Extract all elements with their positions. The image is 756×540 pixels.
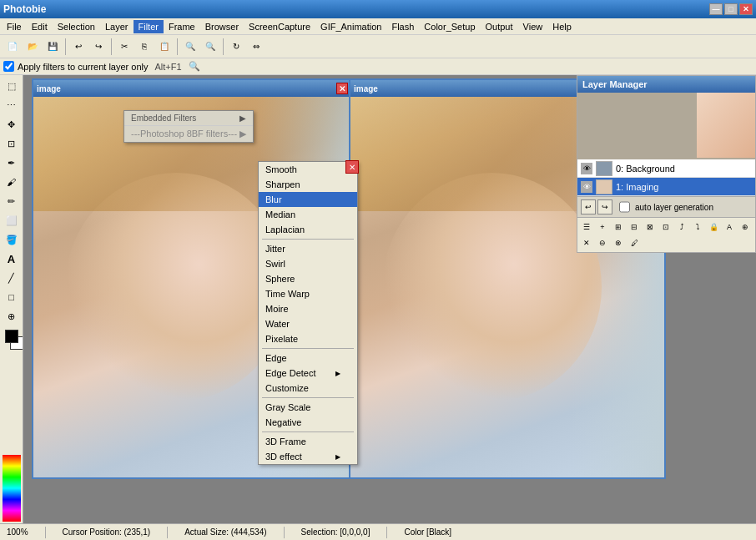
- layer-0-eye[interactable]: 👁: [581, 163, 592, 174]
- menu-sep-2: [262, 348, 354, 349]
- brush-tool[interactable]: 🖌: [3, 173, 21, 191]
- new-button[interactable]: 📄: [3, 38, 22, 56]
- layer-tool-5[interactable]: ⊠: [643, 220, 658, 235]
- layer-tool-2[interactable]: +: [595, 220, 610, 235]
- zoom-in-button[interactable]: 🔍: [181, 38, 199, 56]
- fill-tool[interactable]: 🪣: [3, 230, 21, 249]
- menu-help[interactable]: Help: [547, 20, 577, 33]
- copy-button[interactable]: ⎘: [135, 38, 154, 56]
- color-info: Color [Black]: [404, 527, 451, 537]
- menu-3d-effect[interactable]: 3D effect: [259, 449, 357, 464]
- menu-browser[interactable]: Browser: [200, 20, 244, 33]
- menu-view[interactable]: View: [518, 20, 548, 33]
- menu-gif-animation[interactable]: GIF_Animation: [315, 20, 386, 33]
- img-window-1-close[interactable]: ✕: [336, 83, 348, 94]
- crop-tool[interactable]: ⊡: [3, 134, 21, 153]
- eyedropper-tool[interactable]: ✒: [3, 154, 21, 172]
- menu-sphere[interactable]: Sphere: [259, 271, 357, 286]
- menu-customize[interactable]: Customize: [259, 381, 357, 396]
- menu-blur[interactable]: Blur: [259, 192, 357, 207]
- embedded-filters-submenu: ✕ Smooth Sharpen Blur Median Laplacian J…: [258, 161, 358, 465]
- menu-negative[interactable]: Negative: [259, 415, 357, 430]
- menu-jitter[interactable]: Jitter: [259, 241, 357, 256]
- menu-median[interactable]: Median: [259, 207, 357, 222]
- layer-tool-11[interactable]: ⊕: [738, 220, 753, 235]
- paste-button[interactable]: 📋: [155, 38, 174, 56]
- layer-item-0[interactable]: 👁 0: Background: [577, 159, 755, 178]
- menu-selection[interactable]: Selection: [53, 20, 100, 33]
- text-tool[interactable]: A: [3, 250, 21, 268]
- layer-tool-9[interactable]: 🔒: [706, 220, 721, 235]
- pencil-tool[interactable]: ✏: [3, 192, 21, 210]
- menu-flash[interactable]: Flash: [386, 20, 419, 33]
- layer-tool-13[interactable]: ⊖: [595, 235, 610, 250]
- menu-edge[interactable]: Edge: [259, 351, 357, 366]
- layer-tool-8[interactable]: ⤵: [690, 220, 705, 235]
- redo-button[interactable]: ↪: [89, 38, 108, 56]
- layer-tool-12[interactable]: ✕: [579, 235, 594, 250]
- menu-layer[interactable]: Layer: [100, 20, 134, 33]
- save-button[interactable]: 💾: [43, 38, 62, 56]
- submenu-close-button[interactable]: ✕: [345, 160, 359, 174]
- auto-layer-checkbox[interactable]: [619, 199, 630, 214]
- menu-laplacian[interactable]: Laplacian: [259, 222, 357, 237]
- filter-menu: Embedded Filters ▶ ---Photoshop 8BF filt…: [123, 110, 254, 143]
- layer-manager-title: Layer Manager: [582, 79, 648, 89]
- menu-file[interactable]: File: [2, 20, 27, 33]
- close-button[interactable]: ✕: [739, 3, 753, 15]
- menu-output[interactable]: Output: [481, 20, 518, 33]
- open-button[interactable]: 📂: [23, 38, 42, 56]
- layer-item-1[interactable]: 👁 1: Imaging: [577, 178, 755, 196]
- img-window-2-title: image: [354, 84, 378, 93]
- menu-moire[interactable]: Moire: [259, 301, 357, 316]
- menu-edge-detect[interactable]: Edge Detect: [259, 366, 357, 381]
- clone-tool[interactable]: ⊕: [3, 307, 21, 326]
- img-window-1-titlebar[interactable]: image ✕: [33, 80, 351, 97]
- menu-3d-frame[interactable]: 3D Frame: [259, 434, 357, 449]
- layer-tool-7[interactable]: ⤴: [674, 220, 689, 235]
- layer-undo-button[interactable]: ↩: [581, 199, 596, 214]
- shape-tool[interactable]: □: [3, 288, 21, 306]
- menu-swirl[interactable]: Swirl: [259, 256, 357, 271]
- maximize-button[interactable]: □: [724, 3, 738, 15]
- color-gradient-bar[interactable]: [3, 455, 21, 522]
- minimize-button[interactable]: —: [709, 3, 723, 15]
- zoom-out-button[interactable]: 🔍: [201, 38, 219, 56]
- search-icon[interactable]: 🔍: [189, 61, 200, 72]
- layer-controls: ↩ ↪ auto layer generation: [577, 196, 755, 217]
- menu-pixelate[interactable]: Pixelate: [259, 331, 357, 346]
- flip-button[interactable]: ⇔: [247, 38, 265, 56]
- menu-frame[interactable]: Frame: [164, 20, 200, 33]
- layer-1-eye[interactable]: 👁: [581, 181, 592, 193]
- rotate-button[interactable]: ↻: [227, 38, 245, 56]
- apply-to-current-layer-checkbox[interactable]: [3, 61, 14, 72]
- layer-tool-1[interactable]: ☰: [579, 220, 594, 235]
- line-tool[interactable]: ╱: [3, 269, 21, 287]
- toolbar: 📄 📂 💾 ↩ ↪ ✂ ⎘ 📋 🔍 🔍 ↻ ⇔: [0, 35, 756, 58]
- undo-button[interactable]: ↩: [69, 38, 88, 56]
- menu-time-warp[interactable]: Time Warp: [259, 286, 357, 301]
- zoom-level: 100%: [7, 527, 28, 537]
- layer-tool-14[interactable]: ⊗: [611, 235, 626, 250]
- menu-edit[interactable]: Edit: [27, 20, 53, 33]
- select-tool[interactable]: ⬚: [3, 77, 21, 95]
- layer-redo-button[interactable]: ↪: [597, 199, 612, 214]
- eraser-tool[interactable]: ⬜: [3, 211, 21, 230]
- menu-screencapture[interactable]: ScreenCapture: [244, 20, 315, 33]
- move-tool[interactable]: ✥: [3, 115, 21, 134]
- menu-water[interactable]: Water: [259, 316, 357, 331]
- auto-layer-label: auto layer generation: [635, 199, 713, 214]
- layer-tool-15[interactable]: 🖊: [627, 235, 642, 250]
- menu-smooth[interactable]: Smooth: [259, 162, 357, 177]
- menu-sharpen[interactable]: Sharpen: [259, 177, 357, 192]
- lasso-tool[interactable]: ⋯: [3, 96, 21, 114]
- cut-button[interactable]: ✂: [115, 38, 134, 56]
- layer-tool-4[interactable]: ⊟: [627, 220, 642, 235]
- menu-filter[interactable]: Filter: [134, 20, 164, 33]
- menu-color-setup[interactable]: Color_Setup: [419, 20, 480, 33]
- fg-color[interactable]: [5, 330, 18, 343]
- layer-tool-10[interactable]: A: [722, 220, 737, 235]
- layer-tool-6[interactable]: ⊡: [658, 220, 673, 235]
- menu-gray-scale[interactable]: Gray Scale: [259, 400, 357, 415]
- layer-tool-3[interactable]: ⊞: [611, 220, 626, 235]
